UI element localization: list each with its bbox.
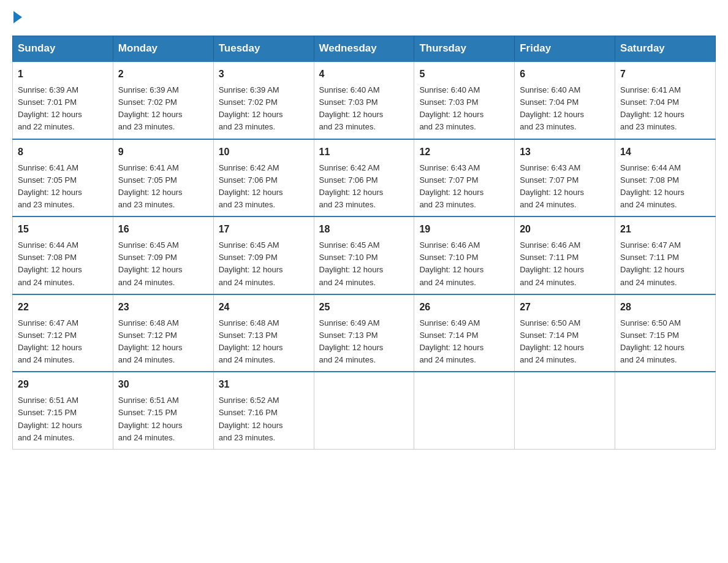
weekday-header-sunday: Sunday [13,36,113,62]
calendar-header: SundayMondayTuesdayWednesdayThursdayFrid… [13,36,716,62]
calendar-cell: 6Sunrise: 6:40 AMSunset: 7:04 PMDaylight… [515,61,615,139]
day-number: 24 [219,300,309,315]
calendar-cell: 9Sunrise: 6:41 AMSunset: 7:05 PMDaylight… [113,139,213,217]
day-info: Sunrise: 6:47 AMSunset: 7:12 PMDaylight:… [18,318,82,364]
calendar-cell: 17Sunrise: 6:45 AMSunset: 7:09 PMDayligh… [213,216,314,294]
logo-arrow-icon [13,11,22,23]
day-info: Sunrise: 6:39 AMSunset: 7:01 PMDaylight:… [18,85,82,131]
calendar-cell: 26Sunrise: 6:49 AMSunset: 7:14 PMDayligh… [414,294,515,372]
calendar-cell: 29Sunrise: 6:51 AMSunset: 7:15 PMDayligh… [13,372,113,449]
day-info: Sunrise: 6:45 AMSunset: 7:10 PMDaylight:… [319,240,384,286]
day-info: Sunrise: 6:46 AMSunset: 7:11 PMDaylight:… [520,240,584,286]
calendar-cell: 2Sunrise: 6:39 AMSunset: 7:02 PMDaylight… [113,61,213,139]
calendar-cell: 31Sunrise: 6:52 AMSunset: 7:16 PMDayligh… [213,372,314,449]
day-info: Sunrise: 6:44 AMSunset: 7:08 PMDaylight:… [620,163,684,209]
day-info: Sunrise: 6:51 AMSunset: 7:15 PMDaylight:… [18,396,82,442]
day-number: 17 [219,222,309,237]
weekday-header-saturday: Saturday [615,36,716,62]
calendar-cell: 7Sunrise: 6:41 AMSunset: 7:04 PMDaylight… [615,61,716,139]
day-info: Sunrise: 6:40 AMSunset: 7:03 PMDaylight:… [419,85,483,131]
day-number: 29 [18,377,108,392]
logo [12,12,22,23]
day-number: 13 [520,145,610,159]
calendar-cell: 10Sunrise: 6:42 AMSunset: 7:06 PMDayligh… [213,139,314,217]
calendar-cell: 27Sunrise: 6:50 AMSunset: 7:14 PMDayligh… [515,294,615,372]
calendar-cell: 21Sunrise: 6:47 AMSunset: 7:11 PMDayligh… [615,216,716,294]
day-number: 14 [620,145,710,159]
day-info: Sunrise: 6:43 AMSunset: 7:07 PMDaylight:… [520,163,584,209]
day-info: Sunrise: 6:49 AMSunset: 7:13 PMDaylight:… [319,318,384,364]
calendar-cell: 14Sunrise: 6:44 AMSunset: 7:08 PMDayligh… [615,139,716,217]
day-number: 19 [419,222,509,237]
calendar-cell [515,372,615,449]
calendar-cell: 25Sunrise: 6:49 AMSunset: 7:13 PMDayligh… [314,294,414,372]
day-info: Sunrise: 6:51 AMSunset: 7:15 PMDaylight:… [118,396,183,442]
calendar-cell: 23Sunrise: 6:48 AMSunset: 7:12 PMDayligh… [113,294,213,372]
calendar-cell: 16Sunrise: 6:45 AMSunset: 7:09 PMDayligh… [113,216,213,294]
day-number: 2 [118,67,208,82]
day-number: 1 [18,67,108,82]
day-number: 5 [419,67,509,82]
day-info: Sunrise: 6:40 AMSunset: 7:03 PMDaylight:… [319,85,384,131]
day-info: Sunrise: 6:49 AMSunset: 7:14 PMDaylight:… [419,318,483,364]
calendar-cell: 13Sunrise: 6:43 AMSunset: 7:07 PMDayligh… [515,139,615,217]
calendar-cell: 1Sunrise: 6:39 AMSunset: 7:01 PMDaylight… [13,61,113,139]
calendar-cell: 11Sunrise: 6:42 AMSunset: 7:06 PMDayligh… [314,139,414,217]
day-info: Sunrise: 6:52 AMSunset: 7:16 PMDaylight:… [219,396,283,442]
day-number: 15 [18,222,108,237]
day-number: 8 [18,145,108,159]
weekday-header-thursday: Thursday [414,36,515,62]
day-number: 22 [18,300,108,315]
weekday-header-friday: Friday [515,36,615,62]
day-info: Sunrise: 6:46 AMSunset: 7:10 PMDaylight:… [419,240,483,286]
calendar-week-row: 8Sunrise: 6:41 AMSunset: 7:05 PMDaylight… [13,139,716,217]
day-info: Sunrise: 6:45 AMSunset: 7:09 PMDaylight:… [118,240,183,286]
calendar-cell: 30Sunrise: 6:51 AMSunset: 7:15 PMDayligh… [113,372,213,449]
day-number: 28 [620,300,710,315]
day-info: Sunrise: 6:48 AMSunset: 7:12 PMDaylight:… [118,318,183,364]
day-number: 16 [118,222,208,237]
day-number: 26 [419,300,509,315]
day-number: 4 [319,67,409,82]
day-number: 10 [219,145,309,159]
day-info: Sunrise: 6:44 AMSunset: 7:08 PMDaylight:… [18,240,82,286]
calendar-cell: 4Sunrise: 6:40 AMSunset: 7:03 PMDaylight… [314,61,414,139]
calendar-cell: 15Sunrise: 6:44 AMSunset: 7:08 PMDayligh… [13,216,113,294]
calendar-cell: 5Sunrise: 6:40 AMSunset: 7:03 PMDaylight… [414,61,515,139]
calendar-body: 1Sunrise: 6:39 AMSunset: 7:01 PMDaylight… [13,61,716,449]
calendar-cell [414,372,515,449]
day-info: Sunrise: 6:45 AMSunset: 7:09 PMDaylight:… [219,240,283,286]
day-number: 9 [118,145,208,159]
calendar-week-row: 1Sunrise: 6:39 AMSunset: 7:01 PMDaylight… [13,61,716,139]
day-number: 21 [620,222,710,237]
day-number: 3 [219,67,309,82]
weekday-header-row: SundayMondayTuesdayWednesdayThursdayFrid… [13,36,716,62]
day-info: Sunrise: 6:50 AMSunset: 7:14 PMDaylight:… [520,318,584,364]
day-info: Sunrise: 6:42 AMSunset: 7:06 PMDaylight:… [219,163,283,209]
calendar-cell: 18Sunrise: 6:45 AMSunset: 7:10 PMDayligh… [314,216,414,294]
day-number: 30 [118,377,208,392]
day-info: Sunrise: 6:47 AMSunset: 7:11 PMDaylight:… [620,240,684,286]
calendar-cell [314,372,414,449]
calendar-cell: 22Sunrise: 6:47 AMSunset: 7:12 PMDayligh… [13,294,113,372]
calendar-week-row: 15Sunrise: 6:44 AMSunset: 7:08 PMDayligh… [13,216,716,294]
calendar-cell: 19Sunrise: 6:46 AMSunset: 7:10 PMDayligh… [414,216,515,294]
calendar-cell: 20Sunrise: 6:46 AMSunset: 7:11 PMDayligh… [515,216,615,294]
calendar-cell: 28Sunrise: 6:50 AMSunset: 7:15 PMDayligh… [615,294,716,372]
page-header [12,12,716,23]
day-number: 6 [520,67,610,82]
calendar-table: SundayMondayTuesdayWednesdayThursdayFrid… [12,36,716,450]
weekday-header-wednesday: Wednesday [314,36,414,62]
day-number: 7 [620,67,710,82]
day-info: Sunrise: 6:39 AMSunset: 7:02 PMDaylight:… [219,85,283,131]
calendar-cell: 24Sunrise: 6:48 AMSunset: 7:13 PMDayligh… [213,294,314,372]
day-info: Sunrise: 6:41 AMSunset: 7:05 PMDaylight:… [118,163,183,209]
calendar-week-row: 22Sunrise: 6:47 AMSunset: 7:12 PMDayligh… [13,294,716,372]
day-info: Sunrise: 6:41 AMSunset: 7:04 PMDaylight:… [620,85,684,131]
calendar-cell [615,372,716,449]
day-info: Sunrise: 6:43 AMSunset: 7:07 PMDaylight:… [419,163,483,209]
day-number: 11 [319,145,409,159]
day-info: Sunrise: 6:40 AMSunset: 7:04 PMDaylight:… [520,85,584,131]
weekday-header-tuesday: Tuesday [213,36,314,62]
day-info: Sunrise: 6:42 AMSunset: 7:06 PMDaylight:… [319,163,384,209]
